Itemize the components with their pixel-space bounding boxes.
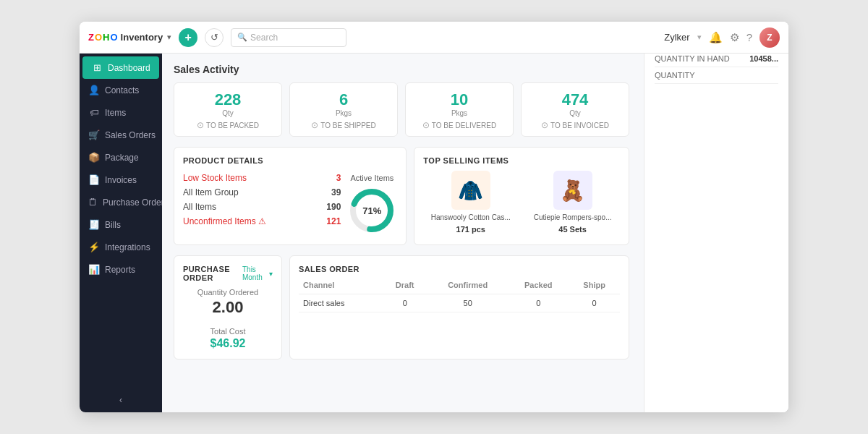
- reports-icon: 📊: [88, 264, 100, 275]
- all-items-row: All Items 190: [183, 200, 341, 214]
- inv-hand-value: 10458...: [749, 54, 778, 63]
- sidebar-item-sales-orders[interactable]: 🛒 Sales Orders: [80, 124, 162, 146]
- sales-order-title: SALES ORDER: [299, 265, 620, 273]
- user-name[interactable]: Zylker: [664, 32, 689, 43]
- sidebar-item-integrations[interactable]: ⚡ Integrations: [80, 236, 162, 258]
- history-button[interactable]: ↺: [205, 28, 224, 47]
- sidebar-item-items[interactable]: 🏷 Items: [80, 101, 162, 124]
- zoho-logo: ZOHO: [88, 32, 118, 43]
- delivered-number: 10: [451, 90, 468, 109]
- cell-shipped: 0: [569, 294, 620, 312]
- collapse-icon: ‹: [119, 395, 122, 405]
- donut-percentage: 71%: [362, 205, 381, 216]
- item-name-2: Cutiepie Rompers-spo...: [534, 213, 612, 222]
- activity-cards: 228 Qty ⊙ TO BE PACKED 6 Pkgs ⊙ TO BE SH…: [174, 82, 629, 137]
- app-title: Inventory: [121, 32, 163, 43]
- app-window: ZOHO Inventory ▾ + ↺ 🔍 Search Zylker ▾ 🔔…: [80, 22, 788, 412]
- add-button[interactable]: +: [179, 28, 197, 47]
- sidebar-label-invoices: Invoices: [105, 175, 137, 185]
- purchase-order-panel: PURCHASE ORDER This Month ▾ Quantity Ord…: [174, 255, 282, 359]
- col-shipped: Shipp: [569, 279, 620, 294]
- sales-order-panel: SALES ORDER Channel Draft Confirmed Pack…: [289, 255, 629, 359]
- sidebar-label-reports: Reports: [105, 265, 135, 275]
- user-chevron-icon: ▾: [697, 33, 702, 42]
- product-details-title: PRODUCT DETAILS: [183, 156, 397, 165]
- sidebar-item-package[interactable]: 📦 Package: [80, 146, 162, 169]
- shipped-unit: Pkgs: [299, 109, 388, 117]
- product-details-panel: PRODUCT DETAILS Low Stock Items 3 All It…: [174, 147, 407, 245]
- shipped-label: ⊙ TO BE SHIPPED: [299, 120, 388, 130]
- bell-icon[interactable]: 🔔: [709, 31, 723, 44]
- col-confirmed: Confirmed: [427, 279, 508, 294]
- help-icon[interactable]: ?: [746, 31, 752, 43]
- sidebar-item-invoices[interactable]: 📄 Invoices: [80, 169, 162, 191]
- item-group-row: All Item Group 39: [183, 185, 341, 200]
- sidebar-item-contacts[interactable]: 👤 Contacts: [80, 79, 162, 101]
- search-placeholder: Search: [250, 33, 278, 43]
- sidebar-item-reports[interactable]: 📊 Reports: [80, 258, 162, 281]
- invoices-icon: 📄: [88, 174, 100, 185]
- donut-area: Active Items 71%: [346, 171, 397, 236]
- sales-activity-title: Sales Activity: [174, 64, 629, 75]
- shipped-number: 6: [339, 90, 348, 109]
- logo-area: ZOHO Inventory ▾: [88, 32, 171, 43]
- inv-qty-label: QUANTITY: [655, 71, 695, 80]
- top-selling-panel: TOP SELLING ITEMS 🧥 Hanswooly Cotton Cas…: [414, 147, 629, 245]
- month-selector[interactable]: This Month ▾: [242, 265, 273, 281]
- purchase-title: PURCHASE ORDER: [183, 265, 242, 282]
- table-row: Direct sales 0 50 0 0: [299, 294, 620, 312]
- sidebar-label-items: Items: [105, 108, 126, 118]
- sidebar-item-bills[interactable]: 🧾 Bills: [80, 213, 162, 236]
- sidebar-label-sales-orders: Sales Orders: [105, 130, 156, 140]
- search-icon: 🔍: [237, 33, 247, 42]
- invoiced-unit: Qty: [530, 109, 620, 117]
- bills-icon: 🧾: [88, 219, 100, 230]
- col-packed: Packed: [508, 279, 569, 294]
- inventory-summary: Inventory Summary QUANTITY IN HAND 10458…: [644, 54, 788, 412]
- item-name-1: Hanswooly Cotton Cas...: [431, 213, 511, 222]
- cell-channel: Direct sales: [299, 294, 382, 312]
- sidebar-collapse-button[interactable]: ‹: [80, 388, 162, 412]
- top-selling-title: TOP SELLING ITEMS: [423, 156, 620, 165]
- qty-ordered-value: 2.00: [183, 298, 273, 317]
- delivered-unit: Pkgs: [414, 109, 504, 117]
- sidebar-label-purchase-orders: Purchase Orders: [103, 197, 162, 208]
- selling-items: 🧥 Hanswooly Cotton Cas... 171 pcs 🧸 Cuti…: [423, 171, 620, 234]
- sidebar-label-bills: Bills: [105, 220, 121, 230]
- user-avatar[interactable]: Z: [760, 27, 780, 48]
- activity-card-shipped: 6 Pkgs ⊙ TO BE SHIPPED: [289, 82, 398, 137]
- total-cost-label: Total Cost: [183, 327, 273, 336]
- item-image-2: 🧸: [553, 171, 592, 210]
- cell-confirmed: 50: [427, 294, 508, 312]
- bottom-row: PURCHASE ORDER This Month ▾ Quantity Ord…: [174, 255, 629, 359]
- app-chevron-icon[interactable]: ▾: [167, 33, 171, 42]
- contacts-icon: 👤: [88, 85, 100, 95]
- donut-chart: 71%: [346, 185, 397, 236]
- activity-card-invoiced: 474 Qty ⊙ TO BE INVOICED: [521, 82, 629, 137]
- integrations-icon: ⚡: [88, 242, 100, 252]
- invoiced-number: 474: [562, 90, 589, 109]
- package-icon: 📦: [88, 152, 100, 163]
- delivered-label: ⊙ TO BE DELIVERED: [414, 120, 504, 130]
- settings-icon[interactable]: ⚙: [730, 31, 739, 44]
- item-qty-1: 171 pcs: [456, 225, 485, 234]
- items-icon: 🏷: [88, 107, 100, 118]
- purchase-orders-icon: 🗒: [88, 197, 98, 208]
- inv-row-hand: QUANTITY IN HAND 10458...: [655, 54, 778, 67]
- sidebar-item-purchase-orders[interactable]: 🗒 Purchase Orders: [80, 191, 162, 213]
- sidebar-label-package: Package: [105, 153, 139, 163]
- inv-hand-label: QUANTITY IN HAND: [655, 54, 730, 63]
- sales-order-table: Channel Draft Confirmed Packed Shipp Dir…: [299, 279, 620, 312]
- col-channel: Channel: [299, 279, 382, 294]
- unconfirmed-row: Unconfirmed Items ⚠ 121: [183, 214, 341, 229]
- item-qty-2: 45 Sets: [558, 225, 587, 234]
- total-cost-value: $46.92: [183, 337, 273, 350]
- search-bar[interactable]: 🔍 Search: [231, 28, 346, 47]
- item-image-1: 🧥: [451, 171, 490, 210]
- selling-item-1: 🧥 Hanswooly Cotton Cas... 171 pcs: [423, 171, 518, 234]
- sidebar-item-dashboard[interactable]: ⊞ Dashboard: [82, 56, 159, 79]
- history-icon: ↺: [210, 32, 218, 43]
- sales-orders-icon: 🛒: [88, 129, 100, 140]
- activity-card-delivered: 10 Pkgs ⊙ TO BE DELIVERED: [405, 82, 514, 137]
- col-draft: Draft: [382, 279, 427, 294]
